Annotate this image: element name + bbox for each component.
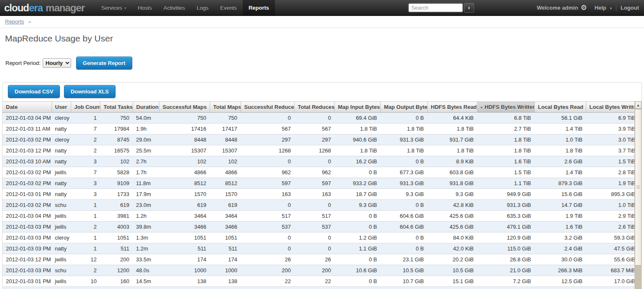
column-header-total-reduces[interactable]: Total Reduces: [294, 102, 334, 113]
top-navigation: clouderamanager Services▾HostsActivities…: [0, 0, 644, 16]
table-cell: 2012-01-03 12 PM: [3, 145, 51, 156]
column-header-date[interactable]: Date: [3, 102, 51, 113]
table-cell: 517: [241, 211, 294, 222]
breadcrumb-reports-link[interactable]: Reports: [5, 18, 24, 25]
table-cell: 2: [100, 287, 133, 289]
column-header-label: Map Input Bytes: [338, 104, 380, 110]
table-cell: 6.9 TiB: [586, 113, 639, 124]
table-cell: 297: [294, 134, 334, 145]
vertical-scrollbar[interactable]: ▲ ▼: [634, 101, 641, 289]
welcome-admin-label: Welcome admin: [537, 5, 578, 11]
gear-icon[interactable]: ⚙: [580, 3, 587, 12]
cloudera-manager-logo[interactable]: clouderamanager: [4, 0, 85, 15]
search-input[interactable]: [408, 3, 463, 12]
download-xls-button[interactable]: Download XLS: [64, 85, 115, 98]
table-cell: 425.6 GiB: [427, 211, 477, 222]
help-menu[interactable]: Help ▾: [595, 5, 612, 11]
table-row: 2012-01-03 12 PMnatty21657525.5m15307153…: [3, 145, 639, 156]
column-header-duration[interactable]: Duration: [133, 102, 159, 113]
table-cell: 3.7 TiB: [586, 145, 639, 156]
column-header-total-tasks[interactable]: Total Tasks: [100, 102, 133, 113]
column-header-successful-reduces[interactable]: Successful Reduces: [241, 102, 294, 113]
table-cell: 635.3 GiB: [477, 211, 534, 222]
table-cell: 1.2m: [133, 243, 159, 254]
table-row: 2012-01-03 04 PMjwills139811.2h346434645…: [3, 211, 639, 222]
table-cell: 1.6 TiB: [477, 156, 534, 167]
table-cell: 931.3 GiB: [380, 134, 427, 145]
table-cell: 9.3 GiB: [380, 189, 427, 200]
table-cell: 1268: [294, 145, 334, 156]
column-header-label: Total Reduces: [298, 104, 335, 110]
table-cell: 163: [241, 189, 294, 200]
table-cell: 0: [241, 232, 294, 243]
generate-report-button[interactable]: Generate Report: [76, 57, 132, 70]
column-header-map-input-bytes[interactable]: Map Input Bytes: [334, 102, 380, 113]
nav-item-services[interactable]: Services▾: [95, 0, 132, 15]
table-cell: 54.0m: [133, 113, 159, 124]
column-header-local-bytes-read[interactable]: Local Bytes Read: [534, 102, 586, 113]
table-cell: 0: [294, 200, 334, 211]
table-cell: 8448: [210, 134, 241, 145]
table-cell: 12: [71, 254, 100, 265]
table-cell: 16575: [100, 145, 133, 156]
scroll-up-button[interactable]: ▲: [635, 101, 641, 109]
nav-item-events[interactable]: Events: [214, 0, 243, 15]
table-cell: 0 B: [380, 232, 427, 243]
table-cell: 750: [100, 113, 133, 124]
table-cell: 1000: [159, 265, 210, 276]
nav-item-logs[interactable]: Logs: [191, 0, 214, 15]
search-go-button[interactable]: ›: [464, 3, 474, 13]
nav-item-label: Services: [101, 5, 122, 11]
column-header-local-bytes-written[interactable]: Local Bytes Written: [586, 102, 639, 113]
table-cell: 47.5 GiB: [586, 243, 639, 254]
column-header-label: Total Maps: [213, 104, 241, 110]
column-header-map-output-bytes[interactable]: Map Output Bytes: [380, 102, 427, 113]
column-header-label: Job Count: [74, 104, 100, 110]
column-header-hdfs-bytes-read[interactable]: HDFS Bytes Read: [427, 102, 477, 113]
table-cell: 2012-01-03 04 PM: [3, 211, 51, 222]
nav-item-activities[interactable]: Activities: [158, 0, 191, 15]
table-row: 2012-01-03 01 PMnatty3173317.9m157015701…: [3, 189, 639, 200]
header-row: DateUserJob CountTotal TasksDurationSucc…: [3, 102, 639, 113]
column-header-hdfs-bytes-written[interactable]: ▾HDFS Bytes Written: [477, 102, 534, 113]
nav-item-reports[interactable]: Reports: [243, 0, 275, 15]
scrollbar-thumb[interactable]: [635, 109, 641, 266]
report-period-select[interactable]: Hourly: [43, 58, 71, 68]
table-cell: jwills: [51, 222, 71, 232]
column-header-user[interactable]: User: [51, 102, 71, 113]
table-cell: 2: [71, 134, 100, 145]
table-cell: 120.9 GiB: [477, 232, 534, 243]
column-header-job-count[interactable]: Job Count: [71, 102, 100, 113]
table-cell: 8745: [100, 134, 133, 145]
table-cell: 1.1 TiB: [477, 178, 534, 189]
table-row: 2012-01-03 10 AMnatty31022.7h1021020016.…: [3, 156, 639, 167]
table-cell: 0 B: [380, 243, 427, 254]
table-cell: 8.9 KiB: [427, 156, 477, 167]
table-cell: 0 B: [334, 167, 380, 178]
table-cell: natty: [51, 156, 71, 167]
logout-link[interactable]: Logout: [621, 5, 639, 11]
table-cell: 3464: [210, 211, 241, 222]
nav-item-hosts[interactable]: Hosts: [132, 0, 157, 15]
table-cell: 1.5 TiB: [586, 156, 639, 167]
table-cell: 23.0m: [133, 200, 159, 211]
table-cell: 537: [294, 222, 334, 232]
table-cell: 10.6 GiB: [334, 265, 380, 276]
column-header-total-maps[interactable]: Total Maps: [210, 102, 241, 113]
table-cell: 2: [71, 145, 100, 156]
table-cell: 64.4 KiB: [427, 113, 477, 124]
table-cell: cleroy: [51, 113, 71, 124]
table-cell: 0: [241, 156, 294, 167]
table-cell: 15.1 GiB: [427, 276, 477, 287]
download-csv-button[interactable]: Download CSV: [8, 85, 60, 98]
scrollbar-track[interactable]: [635, 266, 641, 289]
table-cell: 10.5 GiB: [380, 265, 427, 276]
table-row: 2012-01-03 01 PMjwills1016014.5m13813822…: [3, 276, 639, 287]
table-cell: 84.0 KiB: [427, 232, 477, 243]
column-header-successful-maps[interactable]: Successful Maps: [159, 102, 210, 113]
table-cell: 1.1 GiB: [334, 243, 380, 254]
column-header-label: Local Bytes Read: [538, 104, 583, 110]
table-cell: 10: [71, 276, 100, 287]
nav-divider: [616, 5, 616, 11]
table-row: 2012-01-03 02 PMjwills758281.7h486648669…: [3, 167, 639, 178]
